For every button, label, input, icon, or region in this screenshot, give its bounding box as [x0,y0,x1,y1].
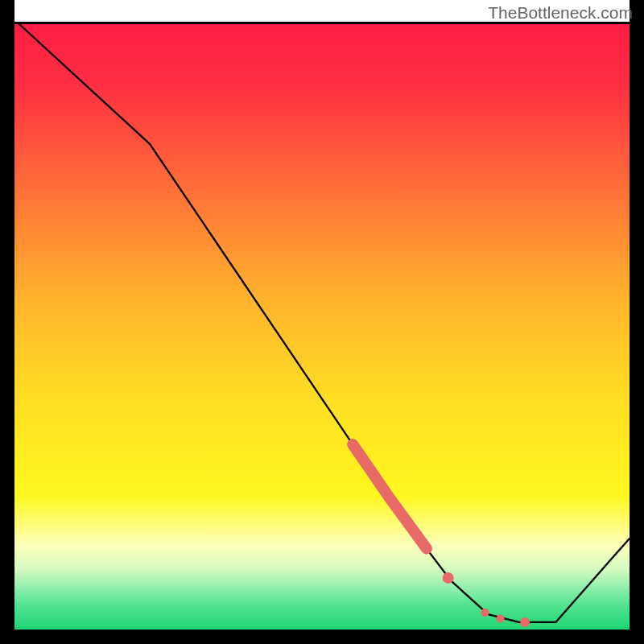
highlight-dot [443,572,454,584]
frame-right [630,0,644,644]
highlight-dot [497,614,505,622]
plot-background [14,23,630,630]
frame-left [0,0,14,644]
highlight-dot [481,609,489,617]
watermark-text: TheBottleneck.com [488,3,633,23]
highlight-dot [520,617,530,627]
frame-bottom [0,630,644,644]
